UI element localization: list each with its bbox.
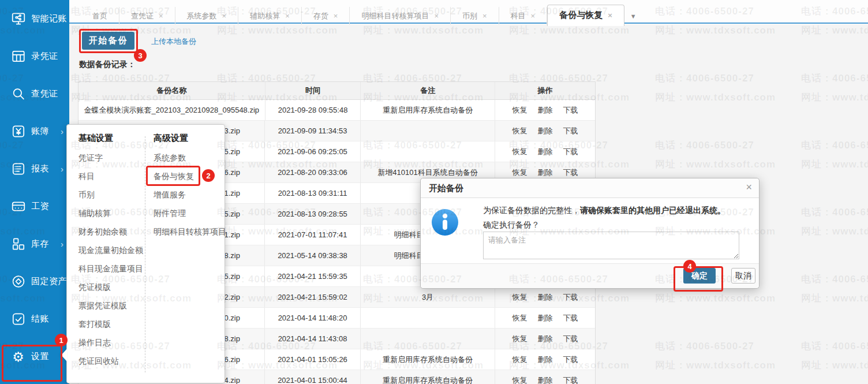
- sidebar-item-reports[interactable]: 报表›: [0, 150, 69, 188]
- sidebar-item-salary[interactable]: 工资: [0, 188, 69, 225]
- sidebar-item-fixed-assets[interactable]: 固定资产: [0, 263, 69, 300]
- menu-item-凭证模版[interactable]: 凭证模版: [78, 278, 143, 296]
- column-header: 时间: [265, 82, 361, 99]
- tab-close-icon[interactable]: ×: [482, 12, 487, 20]
- action-link-删除[interactable]: 删除: [538, 105, 553, 115]
- menu-item-明细科目转核算项目[interactable]: 明细科目转核算项目: [154, 222, 226, 241]
- sidebar-item-ledger[interactable]: 账簿›: [0, 113, 69, 150]
- menu-item-凭证回收站[interactable]: 凭证回收站: [78, 352, 143, 370]
- sidebar-item-settings[interactable]: ⚙设置: [0, 338, 69, 375]
- menu-item-系统参数[interactable]: 系统参数: [154, 148, 226, 167]
- action-link-下载[interactable]: 下载: [563, 105, 578, 115]
- action-link-下载[interactable]: 下载: [563, 167, 578, 178]
- upload-local-backup-link[interactable]: 上传本地备份: [151, 36, 196, 47]
- action-link-恢复[interactable]: 恢复: [512, 167, 527, 178]
- sidebar-item-label: 工资: [31, 201, 49, 212]
- menu-item-附件管理[interactable]: 附件管理: [154, 204, 226, 222]
- menu-item-增值服务[interactable]: 增值服务: [154, 185, 226, 204]
- menu-item-操作日志[interactable]: 操作日志: [78, 333, 143, 352]
- menu-item-辅助核算[interactable]: 辅助核算: [78, 204, 143, 222]
- action-link-恢复[interactable]: 恢复: [512, 334, 527, 344]
- menu-item-币别[interactable]: 币别: [78, 185, 143, 204]
- chevron-right-icon: ›: [61, 126, 63, 136]
- action-link-恢复[interactable]: 恢复: [512, 105, 527, 115]
- settings-gear-icon: ⚙: [10, 349, 26, 364]
- voucher-search-icon: [10, 86, 26, 102]
- watermark-phone: 电话：4006-6500-27: [801, 273, 868, 286]
- action-link-恢复[interactable]: 恢复: [512, 292, 527, 303]
- action-link-删除[interactable]: 删除: [538, 355, 553, 365]
- action-link-删除[interactable]: 删除: [538, 334, 553, 344]
- sidebar-item-closing[interactable]: 结账: [0, 300, 69, 338]
- menu-item-科目[interactable]: 科目: [78, 167, 143, 185]
- action-link-恢复[interactable]: 恢复: [512, 313, 527, 323]
- action-link-下载[interactable]: 下载: [563, 147, 578, 157]
- tab-辅助核算[interactable]: 辅助核算×: [238, 7, 302, 25]
- menu-item-套打模版[interactable]: 套打模版: [78, 315, 143, 333]
- action-link-删除[interactable]: 删除: [538, 375, 553, 384]
- tab-close-icon[interactable]: ×: [434, 12, 439, 20]
- action-link-删除[interactable]: 删除: [538, 126, 553, 136]
- dialog-close-icon[interactable]: ×: [746, 181, 752, 193]
- sidebar-item-voucher-search[interactable]: 查凭证: [0, 75, 69, 113]
- dialog-titlebar: 开始备份 ×: [421, 178, 759, 198]
- menu-item-财务初始余额[interactable]: 财务初始余额: [78, 222, 143, 241]
- backup-time-cell: 2021-04-01 15:05:26: [265, 349, 361, 370]
- action-link-恢复[interactable]: 恢复: [512, 355, 527, 365]
- menu-item-备份与恢复[interactable]: 备份与恢复: [154, 167, 226, 185]
- inventory-icon: [10, 236, 26, 252]
- action-link-下载[interactable]: 下载: [563, 313, 578, 323]
- tab-存货[interactable]: 存货×: [302, 7, 350, 25]
- action-link-恢复[interactable]: 恢复: [512, 375, 527, 384]
- start-backup-button[interactable]: 开始备份: [82, 32, 134, 50]
- table-header-row: 备份名称时间备注操作: [78, 82, 595, 100]
- tab-查凭证[interactable]: 查凭证×: [119, 7, 175, 25]
- action-link-下载[interactable]: 下载: [563, 292, 578, 303]
- action-link-删除[interactable]: 删除: [538, 313, 553, 323]
- tab-备份与恢复[interactable]: 备份与恢复×: [547, 5, 624, 26]
- backup-time-cell: 2021-04-14 11:48:20: [265, 308, 361, 328]
- tab-币别[interactable]: 币别×: [451, 7, 499, 25]
- tab-close-icon[interactable]: ×: [531, 12, 536, 20]
- confirm-button[interactable]: 确定: [683, 268, 716, 284]
- menu-item-科目现金流量项目[interactable]: 科目现金流量项目: [78, 259, 143, 278]
- action-link-恢复[interactable]: 恢复: [512, 126, 527, 136]
- tab-label: 系统参数: [187, 11, 217, 21]
- action-link-删除[interactable]: 删除: [538, 167, 553, 178]
- tab-close-icon[interactable]: ×: [334, 12, 338, 20]
- tab-close-icon[interactable]: ×: [608, 11, 612, 20]
- action-link-删除[interactable]: 删除: [538, 292, 553, 303]
- backup-remark-textarea[interactable]: [483, 232, 739, 259]
- backup-time-cell: 2021-04-21 15:59:35: [265, 266, 361, 286]
- tab-明细科目转核算项目[interactable]: 明细科目转核算项目×: [350, 7, 451, 25]
- tab-more-dropdown-icon[interactable]: ▼: [624, 7, 642, 25]
- action-link-下载[interactable]: 下载: [563, 126, 578, 136]
- sidebar-item-smart-accounting[interactable]: 智能记账: [0, 0, 69, 38]
- menu-item-票据凭证模版[interactable]: 票据凭证模版: [78, 296, 143, 315]
- settings-popup-menu: 基础设置 高级设置 凭证字科目币别辅助核算财务初始余额现金流量初始金额科目现金流…: [66, 124, 225, 383]
- tab-首页[interactable]: 首页: [81, 7, 119, 25]
- backup-remark-cell: [361, 121, 495, 141]
- tab-科目[interactable]: 科目×: [499, 7, 548, 25]
- row-actions: 恢复删除下载: [495, 287, 595, 307]
- tab-close-icon[interactable]: ×: [159, 12, 163, 20]
- menu-item-凭证字[interactable]: 凭证字: [78, 148, 143, 167]
- action-link-下载[interactable]: 下载: [563, 375, 578, 384]
- tab-close-icon[interactable]: ×: [285, 12, 290, 20]
- action-link-下载[interactable]: 下载: [563, 355, 578, 365]
- sidebar-item-voucher-entry[interactable]: 录凭证: [0, 38, 69, 75]
- watermark-site: 网址：www.tdxsoft.com: [801, 292, 868, 305]
- action-link-下载[interactable]: 下载: [563, 334, 578, 344]
- backup-time-cell: 2021-07-01 11:07:41: [265, 225, 361, 245]
- tab-close-icon[interactable]: ×: [222, 12, 227, 20]
- tab-系统参数[interactable]: 系统参数×: [175, 7, 239, 25]
- cancel-button[interactable]: 取消: [731, 268, 755, 284]
- menu-item-现金流量初始金额[interactable]: 现金流量初始金额: [78, 241, 143, 259]
- watermark-site: 网址：www.tdxsoft.com: [801, 158, 868, 171]
- backup-time-cell: 2021-08-13 09:31:11: [265, 183, 361, 203]
- backup-time-cell: 2021-08-13 09:28:55: [265, 204, 361, 224]
- sidebar: 智能记账录凭证查凭证账簿›报表›工资库存›固定资产结账⚙设置: [0, 0, 69, 384]
- action-link-恢复[interactable]: 恢复: [512, 147, 527, 157]
- action-link-删除[interactable]: 删除: [538, 147, 553, 157]
- sidebar-item-inventory[interactable]: 库存›: [0, 225, 69, 263]
